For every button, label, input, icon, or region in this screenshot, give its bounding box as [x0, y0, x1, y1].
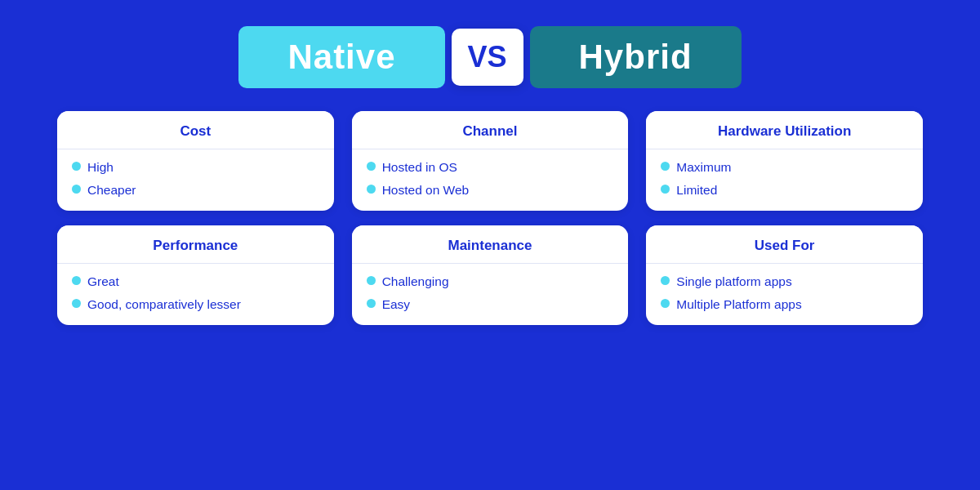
- card-item-text: Cheaper: [87, 182, 136, 199]
- header-row: Native VS Hybrid: [238, 26, 741, 88]
- card-header-3: Performance: [57, 225, 334, 264]
- card-item-text: Good, comparatively lesser: [87, 296, 241, 314]
- card-item: Single platform apps: [661, 274, 908, 291]
- bullet-icon: [661, 276, 670, 285]
- card-item: Cheaper: [72, 182, 319, 199]
- card-item-text: High: [87, 159, 114, 176]
- card-item-text: Easy: [382, 296, 410, 314]
- card-item-text: Limited: [676, 182, 717, 199]
- card-header-4: Maintenance: [352, 225, 629, 264]
- bullet-icon: [661, 299, 670, 308]
- card-item-text: Great: [87, 274, 119, 291]
- card-item-text: Challenging: [382, 274, 449, 291]
- card-body-4: ChallengingEasy: [352, 264, 629, 325]
- card-5: Used ForSingle platform appsMultiple Pla…: [646, 225, 923, 325]
- card-body-3: GreatGood, comparatively lesser: [57, 264, 334, 325]
- card-3: PerformanceGreatGood, comparatively less…: [57, 225, 334, 325]
- vs-label: VS: [452, 29, 523, 86]
- card-header-1: Channel: [352, 111, 629, 149]
- card-item-text: Hosted on Web: [382, 182, 470, 199]
- card-body-2: MaximumLimited: [646, 149, 923, 211]
- card-item: Great: [72, 274, 319, 291]
- card-body-0: HighCheaper: [57, 149, 334, 211]
- card-body-1: Hosted in OSHosted on Web: [352, 149, 629, 211]
- bullet-icon: [72, 276, 81, 285]
- card-item: Hosted in OS: [367, 159, 614, 176]
- card-item: Challenging: [367, 274, 614, 291]
- bullet-icon: [367, 299, 376, 308]
- card-item: Hosted on Web: [367, 182, 614, 199]
- card-header-5: Used For: [646, 225, 923, 264]
- card-item: Multiple Platform apps: [661, 296, 908, 314]
- bullet-icon: [72, 185, 81, 194]
- card-item-text: Maximum: [676, 159, 731, 176]
- bullet-icon: [72, 162, 81, 171]
- hybrid-title: Hybrid: [530, 26, 742, 88]
- cards-grid: CostHighCheaperChannelHosted in OSHosted…: [57, 111, 923, 325]
- card-1: ChannelHosted in OSHosted on Web: [352, 111, 629, 211]
- bullet-icon: [72, 299, 81, 308]
- card-item: Limited: [661, 182, 908, 199]
- bullet-icon: [367, 162, 376, 171]
- card-2: Hardware UtilizationMaximumLimited: [646, 111, 923, 211]
- bullet-icon: [367, 185, 376, 194]
- card-0: CostHighCheaper: [57, 111, 334, 211]
- card-item: Good, comparatively lesser: [72, 296, 319, 314]
- card-item-text: Multiple Platform apps: [676, 296, 801, 314]
- card-body-5: Single platform appsMultiple Platform ap…: [646, 264, 923, 325]
- card-item-text: Single platform apps: [676, 274, 791, 291]
- bullet-icon: [367, 276, 376, 285]
- card-header-2: Hardware Utilization: [646, 111, 923, 149]
- card-4: MaintenanceChallengingEasy: [352, 225, 629, 325]
- card-item: Easy: [367, 296, 614, 314]
- card-item: High: [72, 159, 319, 176]
- card-item-text: Hosted in OS: [382, 159, 457, 176]
- bullet-icon: [661, 162, 670, 171]
- native-title: Native: [238, 26, 444, 88]
- bullet-icon: [661, 185, 670, 194]
- card-item: Maximum: [661, 159, 908, 176]
- card-header-0: Cost: [57, 111, 334, 149]
